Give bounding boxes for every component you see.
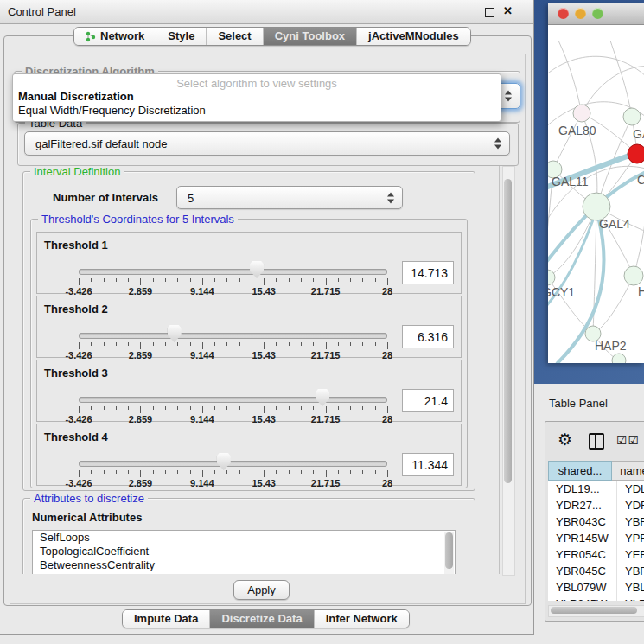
threshold-panel-3: Threshold 3-3.4262.8599.14415.4321.71528…	[36, 360, 462, 422]
threshold-value-field[interactable]: 14.713	[402, 261, 454, 284]
network-node-red[interactable]	[628, 144, 644, 163]
attribute-item-betweennesscentrality[interactable]: BetweennessCentrality	[33, 558, 455, 572]
cell-shared-name[interactable]: YPR145W	[548, 530, 617, 546]
tab-label: Select	[218, 28, 251, 45]
num-intervals-select[interactable]: 5	[176, 186, 403, 209]
slider-thumb[interactable]	[217, 453, 231, 470]
slider-thumb[interactable]	[168, 325, 182, 342]
cell-name[interactable]: YBL07	[617, 579, 644, 596]
cell-shared-name[interactable]: YBL079W	[548, 579, 617, 596]
dropdown-item-manual-discretization[interactable]: Manual Discretization	[18, 90, 495, 104]
slider-track[interactable]	[79, 333, 387, 339]
table-row[interactable]: YLR345WYLR34	[548, 596, 644, 601]
numerical-attributes-list[interactable]: SelfLoopsTopologicalCoefficientBetweenne…	[32, 530, 456, 574]
table-row[interactable]: YER054CYER05	[548, 546, 644, 563]
cell-name[interactable]: YDR27	[617, 497, 644, 513]
threshold-label: Threshold 1	[44, 239, 108, 252]
settings-vertical-scrollbar[interactable]	[502, 166, 515, 576]
threshold-panel-2: Threshold 2-3.4262.8599.14415.4321.71528…	[36, 296, 462, 358]
threshold-value-field[interactable]: 11.344	[402, 453, 454, 476]
slider-thumb[interactable]	[250, 261, 264, 278]
cell-shared-name[interactable]: YBR043C	[548, 513, 617, 530]
table-data-select[interactable]: galFiltered.sif default node	[24, 131, 510, 156]
cell-name[interactable]: YBR04	[617, 563, 644, 579]
node-label-c: C	[637, 173, 644, 187]
slider-track[interactable]	[79, 397, 387, 403]
network-node-green[interactable]	[548, 270, 555, 285]
cell-shared-name[interactable]: YER054C	[548, 546, 617, 563]
tab-jactivemnodules[interactable]: jActiveMNodules	[357, 28, 470, 45]
apply-button[interactable]: Apply	[233, 580, 290, 600]
attributes-scrollbar[interactable]	[444, 532, 454, 574]
slider-thumb[interactable]	[316, 389, 329, 406]
dropdown-item-equal-width-frequency-discretization[interactable]: Equal Width/Frequency Discretization	[18, 104, 495, 118]
bottom-tab-discretize-data[interactable]: Discretize Data	[210, 610, 314, 628]
network-node-pink[interactable]	[573, 105, 590, 122]
attribute-item-topologicalcoefficient[interactable]: TopologicalCoefficient	[33, 545, 455, 558]
close-icon[interactable]: ✕	[503, 4, 513, 17]
table-row[interactable]: YPR145WYPR14	[548, 530, 644, 546]
zoom-traffic-light[interactable]	[592, 8, 603, 19]
settings-viewport: Interval Definition Number of Intervals …	[17, 166, 500, 574]
network-icon	[86, 31, 96, 42]
network-canvas[interactable]: GAL80GAGAL11CGAL4GCY1HHAP2	[548, 25, 644, 363]
tick-label: 15.43	[252, 478, 276, 488]
table-row[interactable]: YDR27...YDR27	[548, 497, 644, 513]
node-label-gal11: GAL11	[552, 175, 589, 188]
scrollbar-thumb[interactable]	[504, 179, 512, 483]
threshold-label: Threshold 3	[44, 367, 108, 379]
bottom-tab-impute-data[interactable]: Impute Data	[123, 610, 210, 628]
network-window-titlebar[interactable]	[548, 3, 644, 25]
table-horizontal-scrollbar[interactable]	[548, 605, 644, 617]
network-graph: GAL80GAGAL11CGAL4GCY1HHAP2	[548, 25, 644, 363]
threshold-panel-1: Threshold 1-3.4262.8599.14415.4321.71528…	[36, 232, 462, 294]
table-toolbar: ⚙ ☑☑	[545, 430, 644, 453]
thresholds-group: Threshold's Coordinates for 5 Intervals …	[30, 219, 468, 488]
tab-label: Style	[168, 28, 194, 45]
numerical-attributes-label: Numerical Attributes	[32, 511, 142, 524]
table-panel-header: Table Panel	[534, 384, 644, 421]
cell-name[interactable]: YLR34	[617, 596, 644, 601]
cell-name[interactable]: YDL19	[617, 481, 644, 497]
select-columns-icon[interactable]: ☑☑	[616, 433, 640, 447]
table-panel: ⚙ ☑☑ shared... name YDL19...YDL19YDR27..…	[545, 421, 644, 622]
column-header-shared-name[interactable]: shared...	[548, 461, 612, 481]
thresholds-group-title: Threshold's Coordinates for 5 Intervals	[38, 213, 238, 226]
control-panel-titlebar: Control Panel ✕	[0, 0, 533, 24]
table-row[interactable]: YBR045CYBR04	[548, 563, 644, 579]
tab-style[interactable]: Style	[156, 28, 207, 45]
slider-track[interactable]	[79, 269, 387, 275]
table-row[interactable]: YBR043CYBR04	[548, 513, 644, 530]
minimize-traffic-light[interactable]	[575, 8, 586, 19]
close-traffic-light[interactable]	[558, 8, 569, 19]
gear-icon[interactable]: ⚙	[558, 430, 572, 450]
tab-cyni-toolbox[interactable]: Cyni Toolbox	[264, 28, 357, 45]
network-node-green[interactable]	[612, 354, 626, 363]
table-row[interactable]: YBL079WYBL07	[548, 579, 644, 596]
cell-shared-name[interactable]: YLR345W	[548, 596, 617, 601]
cell-name[interactable]: YPR14	[617, 530, 644, 546]
split-view-icon[interactable]	[589, 433, 604, 450]
table-rows: YDL19...YDL19YDR27...YDR27YBR043CYBR04YP…	[548, 481, 644, 601]
cell-shared-name[interactable]: YDR27...	[548, 497, 617, 513]
attribute-item-selfloops[interactable]: SelfLoops	[33, 531, 455, 545]
tab-label: Impute Data	[134, 610, 198, 628]
network-node-green[interactable]	[623, 108, 641, 125]
node-label-h: H	[638, 284, 644, 298]
network-node-green[interactable]	[624, 266, 643, 285]
scrollbar-thumb[interactable]	[445, 532, 453, 569]
table-row[interactable]: YDL19...YDL19	[548, 481, 644, 497]
slider-track[interactable]	[79, 461, 387, 467]
tab-network[interactable]: Network	[74, 28, 156, 45]
column-header-name[interactable]: name	[612, 461, 644, 481]
bottom-tab-infer-network[interactable]: Infer Network	[315, 610, 409, 628]
cell-name[interactable]: YER05	[617, 546, 644, 563]
float-window-icon[interactable]	[485, 8, 494, 17]
cell-name[interactable]: YBR04	[617, 513, 644, 530]
threshold-value-field[interactable]: 6.316	[402, 325, 454, 348]
threshold-value-field[interactable]: 21.4	[402, 389, 454, 412]
scrollbar-thumb[interactable]	[551, 607, 637, 614]
tab-select[interactable]: Select	[207, 28, 263, 45]
cell-shared-name[interactable]: YDL19...	[548, 481, 617, 497]
cell-shared-name[interactable]: YBR045C	[548, 563, 617, 579]
